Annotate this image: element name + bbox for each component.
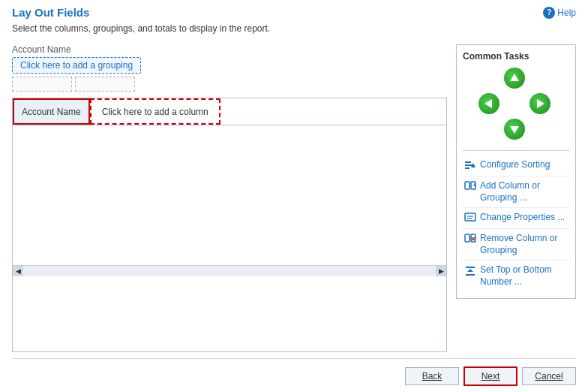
svg-marker-1 — [484, 99, 492, 108]
columns-body: ◀ ▶ — [13, 125, 446, 276]
svg-rect-11 — [465, 213, 476, 221]
svg-marker-2 — [537, 99, 544, 108]
task-remove-column-grouping[interactable]: Remove Column or Grouping — [463, 229, 569, 261]
svg-rect-5 — [465, 164, 472, 166]
sort-icon — [464, 160, 476, 172]
arrow-left-button[interactable] — [478, 93, 500, 114]
arrow-placeholder-tr — [530, 68, 550, 89]
arrow-up-button[interactable] — [504, 68, 525, 89]
columns-header-row: Account Name Click here to add a column — [13, 98, 446, 125]
configure-sorting-label: Configure Sorting — [480, 159, 550, 171]
common-tasks-panel: Common Tasks — [456, 44, 576, 299]
set-top-bottom-label: Set Top or Bottom Number ... — [480, 264, 568, 288]
grouping-label: Account Name — [12, 44, 447, 55]
svg-rect-18 — [466, 267, 475, 268]
svg-marker-20 — [467, 269, 473, 272]
back-button[interactable]: Back — [405, 367, 459, 385]
svg-rect-6 — [465, 167, 470, 169]
remove-column-grouping-label: Remove Column or Grouping — [480, 233, 568, 256]
task-set-top-bottom[interactable]: Set Top or Bottom Number ... — [463, 261, 569, 291]
change-properties-label: Change Properties ... — [480, 212, 565, 224]
horizontal-scrollbar[interactable]: ◀ ▶ — [13, 265, 446, 276]
svg-rect-14 — [465, 234, 470, 242]
arrow-right-button[interactable] — [530, 93, 550, 114]
grouping-sub-box-2 — [75, 77, 135, 92]
svg-rect-8 — [465, 182, 470, 189]
grouping-area: Account Name Click here to add a groupin… — [12, 44, 447, 92]
help-label: Help — [557, 8, 576, 18]
arrow-down-button[interactable] — [504, 119, 525, 140]
page-title: Lay Out Fields — [12, 6, 89, 19]
scroll-track[interactable] — [23, 266, 436, 276]
common-tasks-title: Common Tasks — [463, 51, 569, 62]
bottom-bar: Back Next Cancel — [12, 358, 576, 386]
arrow-placeholder-bl — [478, 119, 500, 140]
next-button[interactable]: Next — [464, 366, 518, 386]
scroll-right-arrow[interactable]: ▶ — [436, 266, 446, 276]
columns-area: Account Name Click here to add a column … — [12, 98, 447, 352]
arrow-placeholder-br — [530, 119, 550, 140]
cancel-button[interactable]: Cancel — [522, 367, 576, 385]
arrow-buttons-group — [463, 68, 569, 143]
account-name-column-header[interactable]: Account Name — [13, 98, 90, 125]
topbottom-icon — [464, 265, 476, 277]
add-column-button[interactable]: Click here to add a column — [90, 98, 220, 125]
help-icon: ? — [543, 7, 555, 19]
help-link[interactable]: ? Help — [543, 7, 576, 19]
task-configure-sorting[interactable]: Configure Sorting — [463, 155, 569, 176]
remove-icon — [464, 234, 476, 246]
svg-text:+: + — [473, 182, 476, 188]
page-subtitle: Select the columns, groupings, and total… — [12, 23, 576, 34]
scroll-left-arrow[interactable]: ◀ — [13, 266, 23, 276]
add-column-grouping-label: Add Column or Grouping ... — [480, 180, 568, 204]
svg-marker-3 — [510, 126, 519, 134]
tasks-divider — [463, 150, 569, 151]
task-add-column-grouping[interactable]: + Add Column or Grouping ... — [463, 176, 569, 208]
svg-rect-19 — [466, 274, 475, 276]
arrow-center-placeholder — [504, 93, 525, 114]
add-grouping-button[interactable]: Click here to add a grouping — [12, 57, 141, 74]
svg-rect-4 — [465, 161, 471, 163]
grouping-sub-box-1 — [12, 77, 72, 92]
task-change-properties[interactable]: Change Properties ... — [463, 208, 569, 229]
arrow-placeholder-tl — [478, 68, 500, 89]
add-col-icon: + — [464, 181, 476, 193]
props-icon — [464, 213, 476, 225]
svg-marker-0 — [510, 74, 519, 81]
